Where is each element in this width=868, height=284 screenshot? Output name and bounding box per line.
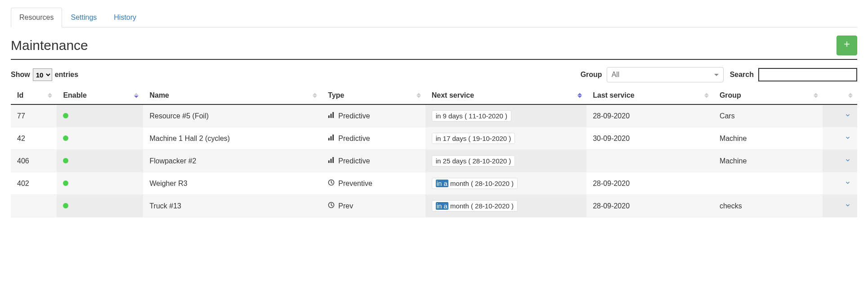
cell-next-service: in 25 days ( 28-10-2020 ) <box>425 150 586 172</box>
col-header-type[interactable]: Type <box>322 87 425 104</box>
status-dot <box>63 135 68 141</box>
next-service-text: in 25 days ( 28-10-2020 ) <box>436 157 511 165</box>
cell-id: 77 <box>11 104 57 127</box>
col-header-group-label: Group <box>720 91 741 99</box>
table-row: 42Machine 1 Hall 2 (cycles)Predictivein … <box>11 127 857 150</box>
bar-chart-icon <box>328 157 335 165</box>
col-header-type-label: Type <box>328 91 344 99</box>
svg-rect-0 <box>328 115 330 118</box>
cell-id <box>11 195 57 217</box>
cell-next-service: in 17 days ( 19-10-2020 ) <box>425 127 586 150</box>
next-service-badge: in 25 days ( 28-10-2020 ) <box>432 155 515 167</box>
type-label: Predictive <box>338 157 370 165</box>
status-dot <box>63 113 68 118</box>
cell-type: Predictive <box>322 150 425 172</box>
cell-enable <box>57 195 143 217</box>
show-label-pre: Show <box>11 71 30 79</box>
sort-icon <box>577 93 582 98</box>
cell-id: 402 <box>11 172 57 195</box>
sort-icon <box>848 93 853 98</box>
cell-name: Truck #13 <box>143 195 322 217</box>
plus-icon <box>842 40 851 51</box>
col-header-enable[interactable]: Enable <box>57 87 143 104</box>
search-input[interactable] <box>758 68 857 81</box>
type-label: Prev <box>338 202 353 210</box>
expand-row-button[interactable] <box>845 202 851 210</box>
table-row: 77Resource #5 (Foil)Predictivein 9 days … <box>11 104 857 127</box>
svg-rect-1 <box>331 114 332 118</box>
sort-icon <box>814 93 818 98</box>
col-header-id[interactable]: Id <box>11 87 57 104</box>
cell-expand <box>823 127 857 150</box>
cell-last-service <box>586 150 713 172</box>
svg-rect-5 <box>333 135 334 140</box>
cell-name: Resource #5 (Foil) <box>143 104 322 127</box>
sort-icon <box>134 93 139 98</box>
col-header-expand[interactable] <box>823 87 857 104</box>
col-header-last-label: Last service <box>593 91 635 99</box>
col-header-id-label: Id <box>17 91 23 99</box>
page-title: Maintenance <box>11 38 88 53</box>
table-row: 402Weigher R3Preventivein a month ( 28-1… <box>11 172 857 195</box>
maintenance-table: Id Enable Name Type Next service Last se… <box>11 87 857 217</box>
expand-row-button[interactable] <box>845 180 851 187</box>
highlighted-text: in a <box>436 180 448 187</box>
cell-expand <box>823 195 857 217</box>
svg-rect-3 <box>328 138 330 140</box>
cell-group: Machine <box>713 127 823 150</box>
cell-group: Cars <box>713 104 823 127</box>
next-service-text: in 9 days ( 11-10-2020 ) <box>436 112 507 120</box>
expand-row-button[interactable] <box>845 157 851 165</box>
table-row: Truck #13Previn a month ( 28-10-2020 )28… <box>11 195 857 217</box>
col-header-next[interactable]: Next service <box>425 87 586 104</box>
svg-rect-8 <box>333 157 334 163</box>
bar-chart-icon <box>328 112 335 120</box>
next-service-text: month ( 28-10-2020 ) <box>448 180 514 187</box>
cell-type: Predictive <box>322 104 425 127</box>
expand-row-button[interactable] <box>845 135 851 142</box>
tab-resources[interactable]: Resources <box>11 8 62 27</box>
col-header-enable-label: Enable <box>63 91 86 99</box>
status-dot <box>63 203 68 208</box>
cell-group: checks <box>713 195 823 217</box>
sort-icon <box>48 93 52 98</box>
next-service-badge: in a month ( 28-10-2020 ) <box>432 178 518 189</box>
cell-enable <box>57 127 143 150</box>
cell-expand <box>823 150 857 172</box>
svg-rect-4 <box>331 136 332 140</box>
col-header-next-label: Next service <box>432 91 474 99</box>
next-service-badge: in 17 days ( 19-10-2020 ) <box>432 133 515 144</box>
length-control: Show 10 entries <box>11 68 78 81</box>
tab-history[interactable]: History <box>105 8 145 27</box>
length-select[interactable]: 10 <box>33 68 52 81</box>
tab-bar: Resources Settings History <box>11 7 857 27</box>
chevron-down-icon <box>714 74 719 76</box>
bar-chart-icon <box>328 134 335 143</box>
type-label: Preventive <box>338 180 372 188</box>
cell-next-service: in a month ( 28-10-2020 ) <box>425 195 586 217</box>
tab-settings[interactable]: Settings <box>62 8 105 27</box>
sort-icon <box>704 93 709 98</box>
cell-enable <box>57 150 143 172</box>
cell-group <box>713 172 823 195</box>
col-header-name-label: Name <box>149 91 169 99</box>
cell-next-service: in 9 days ( 11-10-2020 ) <box>425 104 586 127</box>
cell-name: Flowpacker #2 <box>143 150 322 172</box>
type-label: Predictive <box>338 112 370 120</box>
status-dot <box>63 158 68 163</box>
svg-rect-6 <box>328 160 330 163</box>
expand-row-button[interactable] <box>845 112 851 120</box>
col-header-group[interactable]: Group <box>713 87 823 104</box>
cell-type: Preventive <box>322 172 425 195</box>
add-button[interactable] <box>837 36 857 55</box>
cell-enable <box>57 172 143 195</box>
col-header-name[interactable]: Name <box>143 87 322 104</box>
cell-name: Weigher R3 <box>143 172 322 195</box>
table-controls: Show 10 entries Group All Search <box>11 66 857 87</box>
group-selected-value: All <box>612 71 620 79</box>
sort-icon <box>313 93 317 98</box>
col-header-last[interactable]: Last service <box>586 87 713 104</box>
group-label: Group <box>581 71 602 79</box>
next-service-text: in 17 days ( 19-10-2020 ) <box>436 135 511 142</box>
group-select[interactable]: All <box>607 67 724 82</box>
